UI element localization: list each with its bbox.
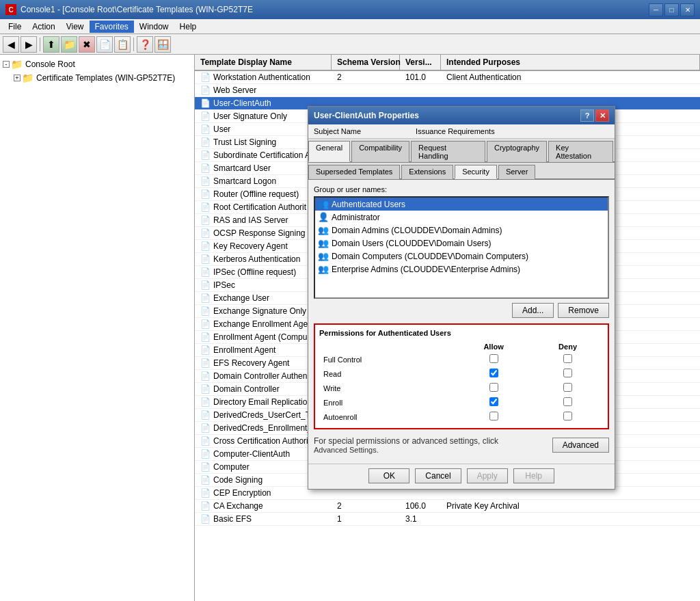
tab-request-handling[interactable]: Request Handling	[411, 141, 485, 162]
perm-row: Autoenroll	[319, 410, 604, 424]
perm-deny-checkbox[interactable]	[563, 369, 572, 377]
special-note: For special permissions or advanced sett…	[314, 435, 498, 455]
perm-deny-cell	[532, 410, 604, 424]
group-domain-admins[interactable]: 👥 Domain Admins (CLOUDDEV\Domain Admins)	[315, 224, 608, 237]
perm-row: Full Control	[319, 352, 604, 366]
group-icon-domain-admins: 👥	[318, 225, 329, 235]
perm-allow-cell	[455, 366, 532, 381]
properties-dialog: User-ClientAuth Properties ? ✕ Subject N…	[308, 106, 615, 490]
perm-allow-checkbox[interactable]	[489, 397, 498, 406]
perm-name: Full Control	[319, 352, 455, 366]
dialog-overlay: User-ClientAuth Properties ? ✕ Subject N…	[0, 0, 700, 601]
perm-deny-checkbox[interactable]	[563, 412, 572, 420]
ok-button[interactable]: OK	[368, 468, 409, 483]
permissions-box: Permissions for Authenticated Users Allo…	[314, 323, 609, 429]
group-name-auth: Authenticated Users	[332, 200, 405, 209]
tab-compatibility[interactable]: Compatibility	[351, 141, 409, 162]
group-authenticated-users[interactable]: 👥 Authenticated Users	[315, 198, 608, 211]
add-button[interactable]: Add...	[512, 303, 554, 318]
permissions-title: Permissions for Authenticated Users	[319, 329, 604, 337]
group-icon-admin: 👤	[318, 212, 329, 222]
group-icon-auth: 👥	[318, 199, 329, 209]
dialog-footer: OK Cancel Apply Help	[308, 464, 615, 489]
special-permissions-row: For special permissions or advanced sett…	[314, 435, 609, 455]
perm-rows: Full ControlReadWriteEnrollAutoenroll	[319, 352, 604, 424]
tab-cryptography[interactable]: Cryptography	[487, 141, 547, 162]
group-list[interactable]: 👥 Authenticated Users 👤 Administrator 👥 …	[314, 196, 609, 299]
subject-name-label: Subject Name	[314, 127, 361, 135]
perm-name: Write	[319, 381, 455, 395]
dialog-close-button[interactable]: ✕	[595, 109, 609, 122]
help-footer-button[interactable]: Help	[513, 468, 554, 483]
group-administrator[interactable]: 👤 Administrator	[315, 211, 608, 224]
group-domain-computers[interactable]: 👥 Domain Computers (CLOUDDEV\Domain Comp…	[315, 250, 608, 263]
perm-deny-cell	[532, 381, 604, 395]
dialog-help-button[interactable]: ?	[580, 109, 594, 122]
dialog-title-controls: ? ✕	[580, 109, 609, 122]
perm-name: Enroll	[319, 395, 455, 410]
perm-row: Write	[319, 381, 604, 395]
apply-button[interactable]: Apply	[467, 468, 508, 483]
perm-deny-checkbox[interactable]	[563, 354, 572, 363]
group-enterprise-admins[interactable]: 👥 Enterprise Admins (CLOUDDEV\Enterprise…	[315, 263, 608, 276]
tab-superseded[interactable]: Superseded Templates	[308, 165, 400, 179]
group-icon-domain-computers: 👥	[318, 251, 329, 261]
group-domain-users[interactable]: 👥 Domain Users (CLOUDDEV\Domain Users)	[315, 237, 608, 250]
permissions-table: Allow Deny Full ControlReadWriteEnrollAu…	[319, 341, 604, 424]
perm-deny-cell	[532, 366, 604, 381]
tab-security[interactable]: Security	[455, 165, 497, 179]
subject-issuance-bar: Subject Name Issuance Requirements	[308, 124, 615, 139]
dialog-content: Group or user names: 👥 Authenticated Use…	[308, 180, 615, 464]
group-icon-domain-users: 👥	[318, 238, 329, 248]
remove-button[interactable]: Remove	[558, 303, 609, 318]
tab-server[interactable]: Server	[498, 165, 535, 179]
tab-extensions[interactable]: Extensions	[401, 165, 453, 179]
perm-name: Read	[319, 366, 455, 381]
issuance-req-label: Issuance Requirements	[416, 127, 495, 135]
perm-col-name	[319, 341, 455, 352]
perm-row: Read	[319, 366, 604, 381]
perm-col-allow: Allow	[455, 341, 532, 352]
perm-allow-checkbox[interactable]	[489, 412, 498, 420]
tab-row-2: Superseded Templates Extensions Security…	[308, 163, 615, 180]
perm-deny-cell	[532, 395, 604, 410]
perm-allow-cell	[455, 410, 532, 424]
perm-col-deny: Deny	[532, 341, 604, 352]
group-name-admin: Administrator	[332, 213, 380, 222]
add-remove-row: Add... Remove	[314, 303, 609, 318]
perm-name: Autoenroll	[319, 410, 455, 424]
tab-key-attestation[interactable]: Key Attestation	[548, 141, 613, 162]
perm-deny-checkbox[interactable]	[563, 397, 572, 406]
advanced-button[interactable]: Advanced	[552, 438, 609, 453]
group-name-domain-users: Domain Users (CLOUDDEV\Domain Users)	[332, 239, 491, 248]
perm-allow-cell	[455, 395, 532, 410]
group-label: Group or user names:	[314, 185, 609, 193]
dialog-title-bar: User-ClientAuth Properties ? ✕	[308, 107, 615, 124]
perm-deny-cell	[532, 352, 604, 366]
group-icon-enterprise-admins: 👥	[318, 264, 329, 274]
perm-allow-checkbox[interactable]	[489, 383, 498, 392]
group-name-enterprise-admins: Enterprise Admins (CLOUDDEV\Enterprise A…	[332, 265, 520, 274]
perm-row: Enroll	[319, 395, 604, 410]
perm-allow-checkbox[interactable]	[489, 354, 498, 363]
perm-deny-checkbox[interactable]	[563, 383, 572, 392]
tab-row-1: General Compatibility Request Handling C…	[308, 139, 615, 163]
perm-allow-cell	[455, 352, 532, 366]
tab-general[interactable]: General	[308, 141, 350, 162]
perm-allow-cell	[455, 381, 532, 395]
perm-allow-checkbox[interactable]	[489, 369, 498, 377]
group-name-domain-admins: Domain Admins (CLOUDDEV\Domain Admins)	[332, 226, 502, 235]
cancel-button[interactable]: Cancel	[415, 468, 461, 483]
group-name-domain-computers: Domain Computers (CLOUDDEV\Domain Comput…	[332, 252, 528, 261]
dialog-title-text: User-ClientAuth Properties	[314, 111, 419, 120]
